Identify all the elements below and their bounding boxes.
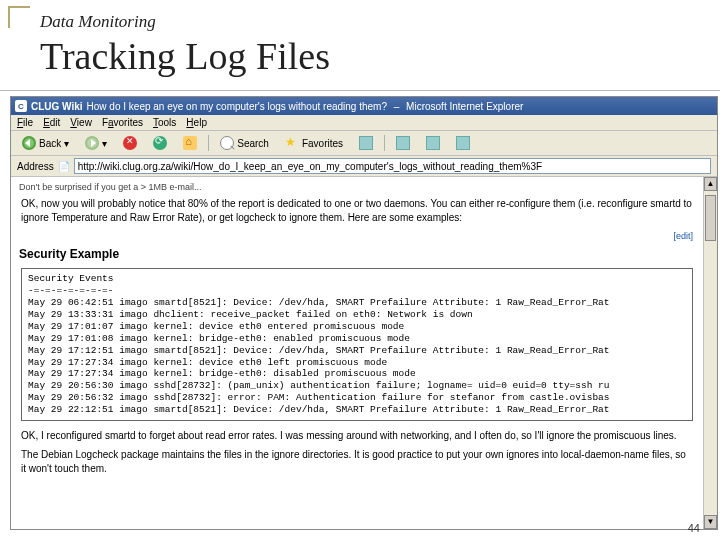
edit-link[interactable]: [edit]: [19, 230, 693, 242]
search-button[interactable]: Search: [215, 134, 274, 152]
menu-view[interactable]: View: [70, 117, 92, 128]
home-icon: [183, 136, 197, 150]
outro-paragraph-2: The Debian Logcheck package maintains th…: [21, 448, 693, 475]
scroll-thumb[interactable]: [705, 195, 716, 241]
mail-icon: [396, 136, 410, 150]
favorites-button[interactable]: ★Favorites: [280, 134, 348, 152]
toolbar-separator: [208, 135, 209, 151]
edit-button[interactable]: [451, 134, 475, 152]
window-titlebar: C CLUG Wiki How do I keep an eye on my c…: [11, 97, 717, 115]
corner-decoration: [8, 6, 30, 28]
scroll-down-icon[interactable]: ▼: [704, 515, 717, 529]
page-icon: 📄: [58, 161, 70, 172]
slide-subtitle: Data Monitoring: [40, 12, 156, 32]
menu-bar: File Edit View Favorites Tools Help: [11, 115, 717, 131]
menu-help[interactable]: Help: [186, 117, 207, 128]
refresh-button[interactable]: [148, 134, 172, 152]
stop-button[interactable]: [118, 134, 142, 152]
log-output: Security Events -=-=-=-=-=-=-=- May 29 0…: [21, 268, 693, 421]
outro-paragraph-1: OK, I reconfigured smartd to forget abou…: [21, 429, 693, 443]
menu-edit[interactable]: Edit: [43, 117, 60, 128]
refresh-icon: [153, 136, 167, 150]
history-button[interactable]: [354, 134, 378, 152]
history-icon: [359, 136, 373, 150]
back-button[interactable]: Back ▾: [17, 134, 74, 152]
page-content: Don't be surprised if you get a > 1MB e-…: [11, 177, 717, 529]
intro-paragraph: OK, now you will probably notice that 80…: [21, 197, 693, 224]
address-input[interactable]: [74, 158, 711, 174]
titlebar-prefix: CLUG Wiki: [31, 101, 83, 112]
toolbar: Back ▾ ▾ Search ★Favorites: [11, 131, 717, 156]
forward-icon: [85, 136, 99, 150]
menu-tools[interactable]: Tools: [153, 117, 176, 128]
section-heading: Security Example: [19, 246, 709, 262]
address-bar: Address 📄: [11, 156, 717, 177]
address-label: Address: [17, 161, 54, 172]
edit-icon: [456, 136, 470, 150]
divider: [0, 90, 720, 91]
stop-icon: [123, 136, 137, 150]
titlebar-app: Microsoft Internet Explorer: [406, 101, 523, 112]
menu-file[interactable]: File: [17, 117, 33, 128]
search-icon: [220, 136, 234, 150]
menu-favorites[interactable]: Favorites: [102, 117, 143, 128]
print-icon: [426, 136, 440, 150]
back-icon: [22, 136, 36, 150]
page-number: 44: [688, 522, 700, 534]
star-icon: ★: [285, 136, 299, 150]
scroll-up-icon[interactable]: ▲: [704, 177, 717, 191]
forward-button[interactable]: ▾: [80, 134, 112, 152]
home-button[interactable]: [178, 134, 202, 152]
browser-window: C CLUG Wiki How do I keep an eye on my c…: [10, 96, 718, 530]
scrollbar[interactable]: ▲ ▼: [703, 177, 717, 529]
slide-title: Tracking Log Files: [40, 34, 330, 78]
toolbar-separator: [384, 135, 385, 151]
print-button[interactable]: [421, 134, 445, 152]
mail-button[interactable]: [391, 134, 415, 152]
truncated-line: Don't be surprised if you get a > 1MB e-…: [19, 181, 709, 193]
favicon-icon: C: [15, 100, 27, 112]
titlebar-text: How do I keep an eye on my computer's lo…: [87, 101, 387, 112]
